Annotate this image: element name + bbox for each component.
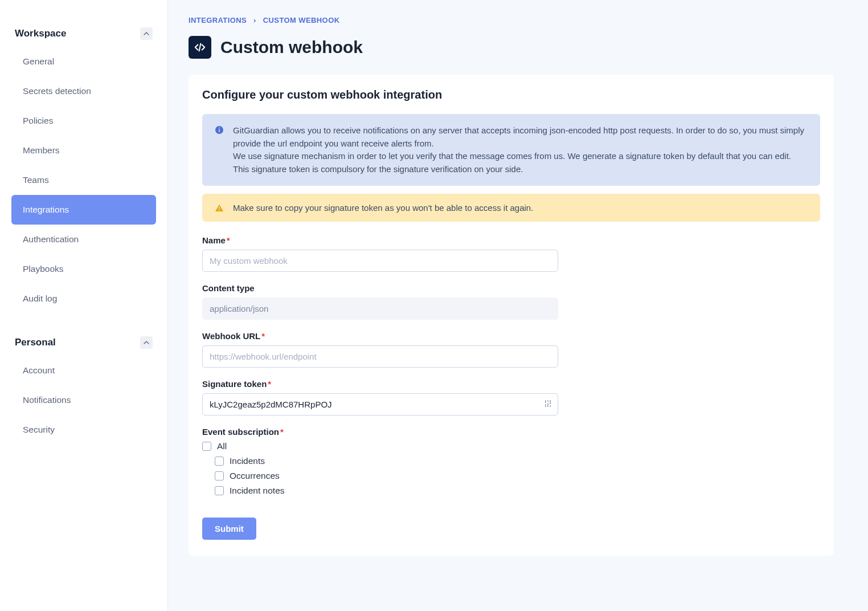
svg-rect-7 bbox=[547, 400, 548, 402]
code-icon bbox=[189, 36, 211, 59]
main-content: INTEGRATIONS › CUSTOM WEBHOOK Custom web… bbox=[168, 0, 868, 611]
incidents-label: Incidents bbox=[230, 456, 265, 466]
info-text: GitGuardian allows you to receive notifi… bbox=[233, 124, 808, 176]
warning-icon bbox=[215, 203, 224, 213]
field-webhook-url: Webhook URL* bbox=[202, 331, 820, 368]
sidebar-item-security[interactable]: Security bbox=[11, 415, 156, 445]
all-checkbox[interactable] bbox=[202, 442, 211, 451]
checkbox-occurrences-row[interactable]: Occurrences bbox=[215, 471, 820, 481]
sidebar-list-personal: Account Notifications Security bbox=[11, 356, 156, 445]
warning-banner: Make sure to copy your signature token a… bbox=[202, 194, 820, 222]
breadcrumb-integrations[interactable]: INTEGRATIONS bbox=[189, 16, 247, 25]
svg-rect-3 bbox=[219, 206, 219, 209]
content-type-input bbox=[202, 298, 558, 320]
info-banner: GitGuardian allows you to receive notifi… bbox=[202, 114, 820, 186]
svg-rect-5 bbox=[545, 400, 546, 403]
info-icon bbox=[215, 125, 224, 135]
sidebar-item-audit-log[interactable]: Audit log bbox=[11, 284, 156, 313]
name-input[interactable] bbox=[202, 250, 558, 272]
sidebar-item-members[interactable]: Members bbox=[11, 136, 156, 165]
sidebar-item-authentication[interactable]: Authentication bbox=[11, 225, 156, 254]
sidebar-item-integrations[interactable]: Integrations bbox=[11, 195, 156, 225]
svg-rect-8 bbox=[547, 403, 548, 407]
occurrences-checkbox[interactable] bbox=[215, 471, 224, 480]
chevron-up-icon[interactable] bbox=[140, 27, 153, 40]
sidebar-item-secrets-detection[interactable]: Secrets detection bbox=[11, 76, 156, 106]
card-title: Configure your custom webhook integratio… bbox=[202, 88, 820, 101]
svg-point-2 bbox=[219, 128, 220, 129]
incident-notes-label: Incident notes bbox=[230, 486, 285, 496]
svg-rect-1 bbox=[219, 129, 220, 132]
webhook-url-input[interactable] bbox=[202, 345, 558, 368]
label-webhook-url: Webhook URL* bbox=[202, 331, 820, 341]
checkbox-incident-notes-row[interactable]: Incident notes bbox=[215, 486, 820, 496]
field-event-subscription: Event subscription* All Incidents Occurr… bbox=[202, 427, 820, 496]
label-content-type: Content type bbox=[202, 283, 820, 293]
incident-notes-checkbox[interactable] bbox=[215, 486, 224, 495]
breadcrumb: INTEGRATIONS › CUSTOM WEBHOOK bbox=[189, 16, 834, 25]
checkbox-all-row[interactable]: All bbox=[202, 441, 820, 451]
svg-rect-9 bbox=[550, 400, 551, 404]
sidebar-section-title: Workspace bbox=[15, 28, 66, 39]
warning-text: Make sure to copy your signature token a… bbox=[233, 203, 533, 213]
all-label: All bbox=[217, 441, 227, 451]
sidebar-item-playbooks[interactable]: Playbooks bbox=[11, 254, 156, 284]
chevron-right-icon: › bbox=[253, 16, 256, 25]
sidebar-list-workspace: General Secrets detection Policies Membe… bbox=[11, 47, 156, 313]
page-title: Custom webhook bbox=[220, 38, 363, 57]
svg-rect-6 bbox=[545, 404, 546, 407]
sidebar-section-workspace[interactable]: Workspace bbox=[11, 27, 156, 40]
label-event-subscription: Event subscription* bbox=[202, 427, 820, 437]
sidebar-item-teams[interactable]: Teams bbox=[11, 165, 156, 195]
sidebar-item-policies[interactable]: Policies bbox=[11, 106, 156, 136]
sidebar-section-personal[interactable]: Personal bbox=[11, 336, 156, 349]
svg-point-4 bbox=[219, 209, 220, 210]
sidebar-item-account[interactable]: Account bbox=[11, 356, 156, 385]
page-header: Custom webhook bbox=[189, 36, 834, 59]
occurrences-label: Occurrences bbox=[230, 471, 280, 481]
regenerate-icon[interactable] bbox=[543, 399, 552, 410]
sidebar-section-title: Personal bbox=[15, 337, 56, 348]
field-signature-token: Signature token* bbox=[202, 379, 820, 416]
checkbox-incidents-row[interactable]: Incidents bbox=[215, 456, 820, 466]
incidents-checkbox[interactable] bbox=[215, 457, 224, 466]
label-name: Name* bbox=[202, 235, 820, 245]
submit-button[interactable]: Submit bbox=[202, 518, 256, 540]
sidebar-item-notifications[interactable]: Notifications bbox=[11, 385, 156, 415]
svg-rect-10 bbox=[550, 405, 551, 407]
label-signature-token: Signature token* bbox=[202, 379, 820, 389]
field-content-type: Content type bbox=[202, 283, 820, 320]
sidebar-item-general[interactable]: General bbox=[11, 47, 156, 76]
sidebar: Workspace General Secrets detection Poli… bbox=[0, 0, 168, 611]
chevron-up-icon[interactable] bbox=[140, 336, 153, 349]
field-name: Name* bbox=[202, 235, 820, 272]
breadcrumb-current: CUSTOM WEBHOOK bbox=[263, 16, 340, 25]
signature-token-input[interactable] bbox=[202, 393, 558, 416]
config-card: Configure your custom webhook integratio… bbox=[189, 75, 834, 556]
